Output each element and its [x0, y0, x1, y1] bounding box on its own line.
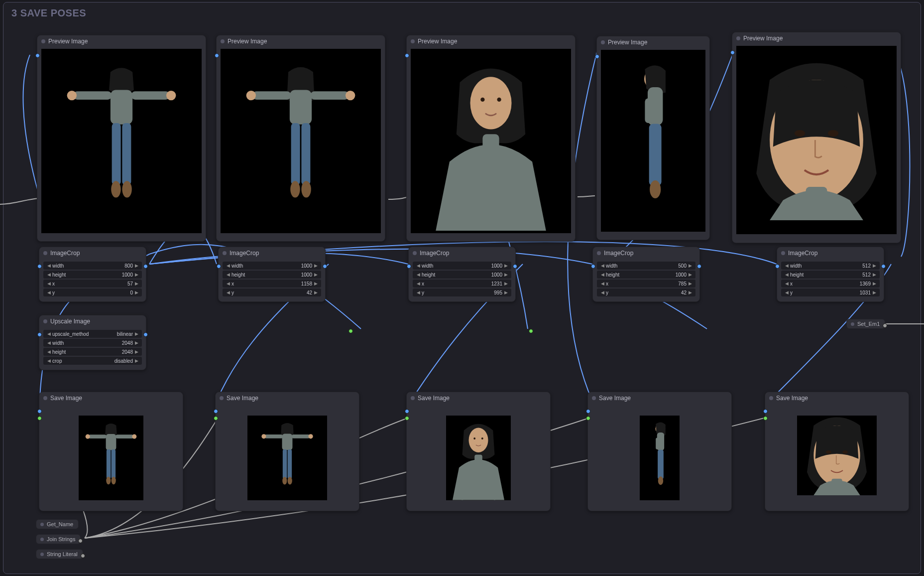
save-image-node-5[interactable]: Save Image: [765, 392, 909, 511]
widget-y[interactable]: ◀y1031▶: [781, 288, 880, 296]
node-title: ImageCrop: [420, 250, 449, 257]
widget-y[interactable]: ◀y995▶: [413, 288, 511, 296]
input-port[interactable]: [35, 53, 40, 58]
widget-width[interactable]: ◀width512▶: [781, 262, 880, 270]
input-port[interactable]: [407, 264, 411, 269]
preview-image-node-5[interactable]: Preview Image: [732, 32, 901, 243]
output-port[interactable]: [697, 264, 701, 269]
widget-height[interactable]: ◀height1000▶: [597, 271, 695, 279]
output-port[interactable]: [143, 332, 148, 337]
input-port[interactable]: [37, 332, 42, 337]
widget-height[interactable]: ◀height1000▶: [223, 271, 321, 279]
node-title: ImageCrop: [604, 250, 633, 257]
imagecrop-node-2[interactable]: ImageCrop ◀width1000▶ ◀height1000▶ ◀x115…: [218, 247, 326, 302]
input-port[interactable]: [730, 50, 735, 55]
increment-icon[interactable]: ▶: [134, 290, 139, 295]
input-port[interactable]: [214, 416, 218, 421]
node-title: Save Image: [227, 395, 258, 402]
increment-icon[interactable]: ▶: [134, 281, 139, 286]
widget-height[interactable]: ◀height512▶: [781, 271, 880, 279]
widget-x[interactable]: ◀x1231▶: [413, 280, 511, 288]
input-port[interactable]: [586, 409, 590, 414]
increment-icon[interactable]: ▶: [134, 272, 139, 277]
node-title: Set_Em1: [857, 321, 880, 327]
input-port[interactable]: [37, 416, 42, 421]
input-port[interactable]: [405, 53, 409, 58]
preview-image-node-4[interactable]: Preview Image: [596, 36, 710, 240]
decrement-icon[interactable]: ◀: [46, 281, 51, 286]
input-port[interactable]: [595, 54, 599, 59]
node-title: Save Image: [50, 395, 82, 402]
input-port[interactable]: [37, 264, 42, 269]
imagecrop-node-3[interactable]: ImageCrop ◀width1000▶ ◀height1000▶ ◀x123…: [408, 247, 516, 302]
node-title: Save Image: [418, 395, 450, 402]
imagecrop-node-5[interactable]: ImageCrop ◀width512▶ ◀height512▶ ◀x1369▶…: [777, 247, 884, 302]
output-port[interactable]: [513, 264, 517, 269]
widget-x[interactable]: ◀x1158▶: [223, 280, 321, 288]
node-title: Join Strings: [47, 536, 75, 542]
string-literal-node[interactable]: String Literal: [36, 549, 83, 559]
upscale-image-node[interactable]: Upscale Image ◀upscale_methodbilinear▶ ◀…: [39, 315, 146, 370]
widget-y[interactable]: ◀y0▶: [43, 288, 142, 296]
widget-width[interactable]: ◀width2048▶: [43, 339, 142, 347]
reroute-port[interactable]: [529, 329, 533, 333]
node-title: Upscale Image: [50, 318, 90, 325]
node-title: ImageCrop: [788, 250, 817, 257]
increment-icon[interactable]: ▶: [134, 263, 139, 268]
save-image-node-4[interactable]: Save Image: [587, 392, 732, 511]
reroute-port[interactable]: [348, 329, 353, 333]
widget-y[interactable]: ◀y42▶: [597, 288, 695, 296]
preview-image-node-3[interactable]: Preview Image: [406, 35, 576, 242]
widget-height[interactable]: ◀height2048▶: [43, 348, 142, 356]
input-port[interactable]: [763, 416, 768, 421]
widget-height[interactable]: ◀height1000▶: [413, 271, 511, 279]
decrement-icon[interactable]: ◀: [46, 263, 51, 268]
save-image-node-2[interactable]: Save Image: [215, 392, 359, 511]
widget-height[interactable]: ◀height1000▶: [43, 271, 142, 279]
node-canvas[interactable]: 3 SAVE POSES: [0, 0, 924, 576]
node-title: Preview Image: [608, 39, 647, 46]
input-port[interactable]: [215, 53, 219, 58]
node-title: Get_Name: [47, 521, 73, 527]
save-image-node-1[interactable]: Save Image: [39, 392, 183, 511]
input-port[interactable]: [405, 416, 409, 421]
widget-width[interactable]: ◀width1000▶: [223, 262, 321, 270]
input-port[interactable]: [586, 416, 590, 421]
get-name-node[interactable]: Get_Name: [36, 519, 79, 529]
widget-crop[interactable]: ◀cropdisabled▶: [43, 357, 142, 365]
widget-y[interactable]: ◀y42▶: [223, 288, 321, 296]
preview-image-node-2[interactable]: Preview Image: [216, 35, 385, 242]
widget-upscale-method[interactable]: ◀upscale_methodbilinear▶: [43, 330, 142, 338]
input-port[interactable]: [405, 409, 409, 414]
node-title: Preview Image: [228, 38, 267, 45]
widget-x[interactable]: ◀x1369▶: [781, 280, 880, 288]
input-port[interactable]: [591, 264, 595, 269]
decrement-icon[interactable]: ◀: [46, 272, 51, 277]
input-port[interactable]: [763, 409, 768, 414]
imagecrop-node-4[interactable]: ImageCrop ◀width500▶ ◀height1000▶ ◀x785▶…: [592, 247, 700, 302]
node-title: String Literal: [47, 551, 78, 557]
preview-image-node-1[interactable]: Preview Image: [37, 35, 206, 242]
input-port[interactable]: [217, 264, 221, 269]
widget-width[interactable]: ◀width1000▶: [413, 262, 511, 270]
input-port[interactable]: [775, 264, 780, 269]
node-title: ImageCrop: [230, 250, 259, 257]
group-title: 3 SAVE POSES: [11, 7, 86, 19]
input-port[interactable]: [214, 409, 218, 414]
widget-x[interactable]: ◀x785▶: [597, 280, 695, 288]
output-port[interactable]: [81, 554, 85, 558]
output-port[interactable]: [143, 264, 148, 269]
input-port[interactable]: [37, 409, 42, 414]
widget-width[interactable]: ◀width500▶: [597, 262, 695, 270]
set-em1-node[interactable]: Set_Em1: [846, 319, 885, 329]
output-port[interactable]: [881, 264, 886, 269]
join-strings-node[interactable]: Join Strings: [36, 534, 81, 544]
imagecrop-node-1[interactable]: ImageCrop ◀width800▶ ◀height1000▶ ◀x57▶ …: [39, 247, 146, 302]
output-port[interactable]: [323, 264, 327, 269]
node-title: Save Image: [776, 395, 808, 402]
decrement-icon[interactable]: ◀: [46, 290, 51, 295]
widget-width[interactable]: ◀width800▶: [43, 262, 142, 270]
node-title: Preview Image: [418, 38, 457, 45]
save-image-node-3[interactable]: Save Image: [406, 392, 551, 511]
widget-x[interactable]: ◀x57▶: [43, 280, 142, 288]
